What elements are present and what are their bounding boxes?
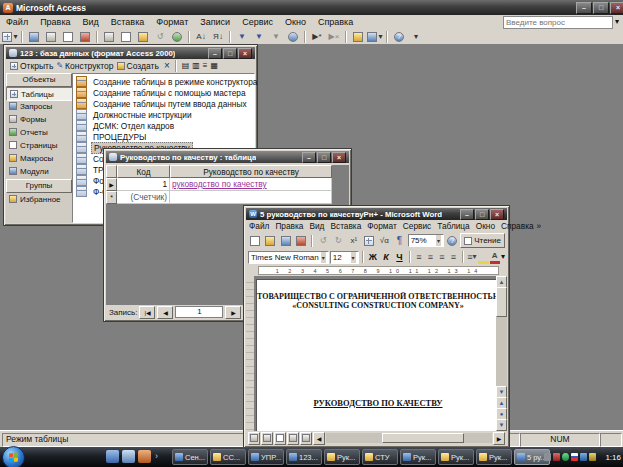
menu-tools[interactable]: Сервис: [400, 221, 434, 231]
web-layout-icon[interactable]: [261, 432, 273, 445]
row-selector-icon[interactable]: ▶: [106, 178, 117, 191]
groups-header[interactable]: Группы: [6, 179, 72, 193]
hyperlink[interactable]: руководство по качеству: [172, 179, 267, 189]
delete-record-icon[interactable]: ▶×: [326, 30, 342, 43]
help-icon[interactable]: ?: [445, 234, 459, 247]
scroll-left-icon[interactable]: ◀: [313, 432, 325, 445]
small-icons-icon[interactable]: ▥: [192, 62, 200, 70]
cell-value-new[interactable]: [170, 191, 332, 204]
align-right-icon[interactable]: ≡: [437, 252, 447, 262]
bold-button[interactable]: Ж: [367, 251, 379, 263]
minimize-icon[interactable]: –: [576, 2, 592, 14]
menu-overflow-icon[interactable]: »: [537, 221, 542, 231]
save-icon[interactable]: [279, 234, 293, 247]
menu-format[interactable]: Формат: [150, 16, 194, 28]
scrollbar-thumb[interactable]: [382, 433, 464, 443]
print-icon[interactable]: [43, 30, 59, 43]
list-view-icon[interactable]: ≡: [203, 62, 208, 70]
list-item[interactable]: ДСМК: Отдел кадров: [76, 120, 176, 131]
taskbar-button[interactable]: Рук...: [400, 449, 436, 465]
previous-record-icon[interactable]: ◀: [157, 306, 173, 319]
sidebar-item-macros[interactable]: Макросы: [6, 152, 76, 164]
vertical-scrollbar[interactable]: ▲ ▼ ▲ ● ▼: [496, 276, 507, 431]
menu-file[interactable]: Файл: [0, 16, 34, 28]
close-icon[interactable]: ×: [490, 209, 504, 220]
normal-view-icon[interactable]: [248, 432, 260, 445]
taskbar-button[interactable]: СС...: [210, 449, 246, 465]
tray-icon[interactable]: [544, 453, 551, 461]
ask-question-input[interactable]: [503, 16, 613, 29]
font-name-select[interactable]: Times New Roman▾: [248, 251, 329, 264]
minimize-icon[interactable]: –: [302, 152, 316, 163]
menu-view[interactable]: Вид: [306, 221, 327, 231]
menu-insert[interactable]: Вставка: [327, 221, 364, 231]
sidebar-item-favorites[interactable]: Избранное: [6, 193, 76, 205]
cell-kod-new[interactable]: (Счетчик): [117, 191, 170, 204]
print-preview-icon[interactable]: [60, 30, 76, 43]
quick-launch-icon[interactable]: [138, 450, 151, 463]
menu-help[interactable]: Справка: [498, 221, 537, 231]
menu-file[interactable]: Файл: [246, 221, 272, 231]
vertical-ruler[interactable]: [246, 276, 254, 431]
horizontal-scrollbar[interactable]: [326, 433, 492, 443]
filter-selection-icon[interactable]: ▼: [234, 30, 250, 43]
menu-edit[interactable]: Правка: [272, 221, 306, 231]
next-record-icon[interactable]: ▶: [225, 306, 241, 319]
database-window-icon[interactable]: [350, 30, 366, 43]
italic-button[interactable]: К: [380, 251, 392, 263]
cell-value-1[interactable]: руководство по качеству: [170, 178, 332, 191]
minimize-icon[interactable]: –: [208, 48, 222, 59]
taskbar-button[interactable]: СТУ: [362, 449, 398, 465]
hyperlink-icon[interactable]: [169, 30, 185, 43]
list-item[interactable]: ПРОЦЕДУРЫ: [76, 131, 148, 142]
new-object-icon[interactable]: ▾: [367, 30, 383, 43]
font-size-select[interactable]: 12▾: [330, 251, 359, 264]
taskbar-button[interactable]: УПР...: [248, 449, 284, 465]
close-icon[interactable]: ×: [610, 2, 623, 14]
show-marks-icon[interactable]: ¶: [392, 234, 406, 247]
sidebar-item-reports[interactable]: Отчеты: [6, 126, 76, 138]
delete-icon[interactable]: ×: [164, 61, 170, 71]
new-document-icon[interactable]: [248, 234, 262, 247]
font-color-icon[interactable]: А: [490, 251, 500, 264]
tray-icon[interactable]: [553, 453, 560, 461]
column-header-kod[interactable]: Код: [117, 165, 170, 178]
first-record-icon[interactable]: |◀: [139, 306, 155, 319]
reading-view-icon[interactable]: [300, 432, 312, 445]
paste-icon[interactable]: [135, 30, 151, 43]
superscript-icon[interactable]: x¹: [347, 234, 361, 247]
taskbar-button[interactable]: 123...: [286, 449, 322, 465]
large-icons-icon[interactable]: ▤: [182, 62, 190, 70]
align-justify-icon[interactable]: ≡: [448, 252, 458, 262]
zoom-select[interactable]: 75%▾: [408, 234, 444, 247]
sidebar-item-tables[interactable]: Таблицы: [6, 87, 78, 101]
menu-tools[interactable]: Сервис: [236, 16, 279, 28]
toolbar-options-icon[interactable]: ▾: [501, 253, 505, 261]
cell-kod-1[interactable]: 1: [117, 178, 170, 191]
sidebar-item-forms[interactable]: Формы: [6, 113, 76, 125]
menu-help[interactable]: Справка: [312, 16, 359, 28]
column-header-value[interactable]: Руководство по качеству: [170, 165, 332, 178]
taskbar-button[interactable]: Сен...: [172, 449, 208, 465]
cut-icon[interactable]: [101, 30, 117, 43]
start-button[interactable]: [2, 446, 25, 467]
redo-icon[interactable]: ↻: [331, 234, 345, 247]
menu-format[interactable]: Формат: [364, 221, 399, 231]
maximize-icon[interactable]: □: [223, 48, 237, 59]
menu-view[interactable]: Вид: [77, 16, 105, 28]
list-item[interactable]: Создание таблицы путем ввода данных: [76, 98, 249, 109]
help-icon[interactable]: ?: [391, 30, 407, 43]
open-icon[interactable]: [263, 234, 277, 247]
quick-launch-icon[interactable]: [122, 450, 135, 463]
menu-records[interactable]: Записи: [194, 16, 236, 28]
permission-icon[interactable]: [294, 234, 308, 247]
list-item[interactable]: Создание таблицы с помощью мастера: [76, 87, 248, 98]
close-icon[interactable]: ×: [238, 48, 252, 59]
print-layout-icon[interactable]: [274, 432, 286, 445]
outline-view-icon[interactable]: [287, 432, 299, 445]
menu-edit[interactable]: Правка: [34, 16, 76, 28]
list-item[interactable]: Должностные инструкции: [76, 109, 194, 120]
close-icon[interactable]: ×: [332, 152, 346, 163]
underline-button[interactable]: Ч: [393, 251, 405, 263]
scrollbar-thumb[interactable]: [496, 287, 507, 317]
